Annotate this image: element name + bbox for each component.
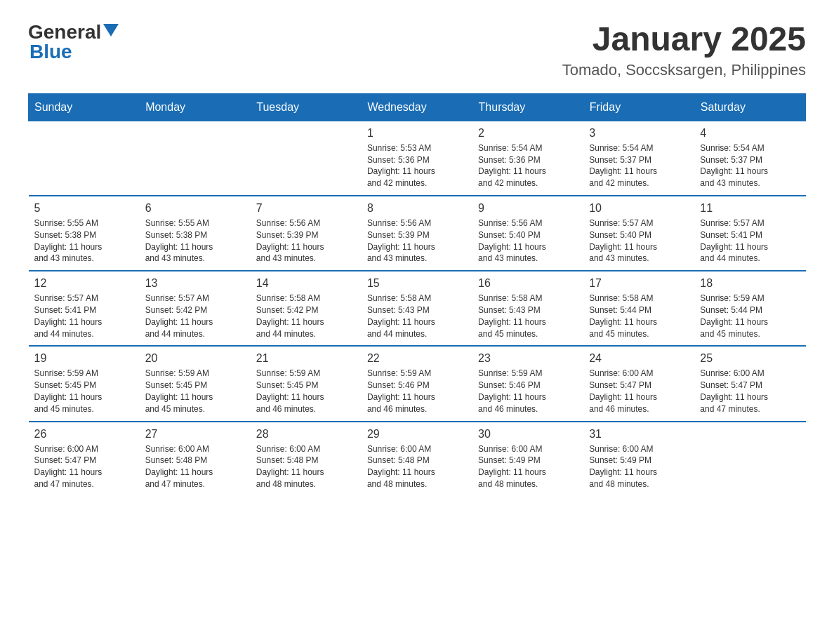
day-number: 16 bbox=[478, 277, 578, 290]
day-number: 4 bbox=[700, 127, 800, 140]
calendar-week-row: 12Sunrise: 5:57 AM Sunset: 5:41 PM Dayli… bbox=[29, 271, 806, 346]
calendar-cell: 8Sunrise: 5:56 AM Sunset: 5:39 PM Daylig… bbox=[362, 196, 472, 271]
calendar-cell: 13Sunrise: 5:57 AM Sunset: 5:42 PM Dayli… bbox=[140, 271, 251, 346]
day-number: 24 bbox=[589, 352, 689, 365]
calendar-cell bbox=[694, 422, 805, 496]
day-number: 27 bbox=[145, 428, 245, 441]
day-number: 20 bbox=[145, 352, 245, 365]
day-number: 30 bbox=[478, 428, 578, 441]
day-info: Sunrise: 5:58 AM Sunset: 5:42 PM Dayligh… bbox=[256, 293, 356, 340]
day-number: 12 bbox=[34, 277, 134, 290]
day-number: 7 bbox=[256, 202, 356, 215]
day-info: Sunrise: 5:57 AM Sunset: 5:41 PM Dayligh… bbox=[700, 217, 800, 264]
day-info: Sunrise: 5:58 AM Sunset: 5:43 PM Dayligh… bbox=[478, 293, 578, 340]
day-number: 28 bbox=[256, 428, 356, 441]
calendar-cell: 7Sunrise: 5:56 AM Sunset: 5:39 PM Daylig… bbox=[251, 196, 362, 271]
logo-blue-text: Blue bbox=[29, 41, 72, 63]
calendar-header-row: SundayMondayTuesdayWednesdayThursdayFrid… bbox=[29, 93, 806, 121]
calendar-cell: 25Sunrise: 6:00 AM Sunset: 5:47 PM Dayli… bbox=[694, 346, 805, 421]
day-info: Sunrise: 5:57 AM Sunset: 5:40 PM Dayligh… bbox=[589, 217, 689, 264]
calendar-cell: 28Sunrise: 6:00 AM Sunset: 5:48 PM Dayli… bbox=[251, 422, 362, 496]
calendar-cell: 11Sunrise: 5:57 AM Sunset: 5:41 PM Dayli… bbox=[694, 196, 805, 271]
day-info: Sunrise: 6:00 AM Sunset: 5:48 PM Dayligh… bbox=[145, 443, 245, 490]
day-info: Sunrise: 6:00 AM Sunset: 5:49 PM Dayligh… bbox=[589, 443, 689, 490]
page-title: January 2025 bbox=[562, 21, 806, 58]
calendar-cell: 4Sunrise: 5:54 AM Sunset: 5:37 PM Daylig… bbox=[694, 121, 805, 196]
day-number: 2 bbox=[478, 127, 578, 140]
day-info: Sunrise: 5:58 AM Sunset: 5:44 PM Dayligh… bbox=[589, 293, 689, 340]
day-info: Sunrise: 6:00 AM Sunset: 5:49 PM Dayligh… bbox=[478, 443, 578, 490]
day-number: 22 bbox=[367, 352, 467, 365]
calendar-cell: 5Sunrise: 5:55 AM Sunset: 5:38 PM Daylig… bbox=[29, 196, 140, 271]
day-info: Sunrise: 6:00 AM Sunset: 5:47 PM Dayligh… bbox=[34, 443, 134, 490]
calendar-cell: 27Sunrise: 6:00 AM Sunset: 5:48 PM Dayli… bbox=[140, 422, 251, 496]
calendar-cell: 22Sunrise: 5:59 AM Sunset: 5:46 PM Dayli… bbox=[362, 346, 472, 421]
day-number: 15 bbox=[367, 277, 467, 290]
calendar-table: SundayMondayTuesdayWednesdayThursdayFrid… bbox=[28, 93, 806, 496]
logo-arrow-icon bbox=[103, 24, 119, 39]
calendar-cell bbox=[251, 121, 362, 196]
day-info: Sunrise: 5:56 AM Sunset: 5:40 PM Dayligh… bbox=[478, 217, 578, 264]
day-number: 26 bbox=[34, 428, 134, 441]
day-number: 23 bbox=[478, 352, 578, 365]
col-header-friday: Friday bbox=[583, 93, 694, 121]
logo: General Blue bbox=[28, 21, 119, 63]
day-info: Sunrise: 5:59 AM Sunset: 5:46 PM Dayligh… bbox=[478, 368, 578, 415]
day-number: 10 bbox=[589, 202, 689, 215]
day-info: Sunrise: 5:55 AM Sunset: 5:38 PM Dayligh… bbox=[34, 217, 134, 264]
calendar-cell: 21Sunrise: 5:59 AM Sunset: 5:45 PM Dayli… bbox=[251, 346, 362, 421]
calendar-week-row: 1Sunrise: 5:53 AM Sunset: 5:36 PM Daylig… bbox=[29, 121, 806, 196]
day-info: Sunrise: 5:59 AM Sunset: 5:46 PM Dayligh… bbox=[367, 368, 467, 415]
col-header-thursday: Thursday bbox=[472, 93, 583, 121]
day-info: Sunrise: 6:00 AM Sunset: 5:47 PM Dayligh… bbox=[589, 368, 689, 415]
day-info: Sunrise: 5:59 AM Sunset: 5:45 PM Dayligh… bbox=[256, 368, 356, 415]
col-header-monday: Monday bbox=[140, 93, 251, 121]
title-section: January 2025 Tomado, Soccsksargen, Phili… bbox=[562, 21, 806, 79]
day-number: 11 bbox=[700, 202, 800, 215]
calendar-cell: 3Sunrise: 5:54 AM Sunset: 5:37 PM Daylig… bbox=[583, 121, 694, 196]
calendar-cell: 26Sunrise: 6:00 AM Sunset: 5:47 PM Dayli… bbox=[29, 422, 140, 496]
day-number: 25 bbox=[700, 352, 800, 365]
calendar-cell: 6Sunrise: 5:55 AM Sunset: 5:38 PM Daylig… bbox=[140, 196, 251, 271]
day-info: Sunrise: 5:59 AM Sunset: 5:45 PM Dayligh… bbox=[145, 368, 245, 415]
day-info: Sunrise: 5:59 AM Sunset: 5:44 PM Dayligh… bbox=[700, 293, 800, 340]
day-info: Sunrise: 5:55 AM Sunset: 5:38 PM Dayligh… bbox=[145, 217, 245, 264]
day-number: 29 bbox=[367, 428, 467, 441]
day-info: Sunrise: 6:00 AM Sunset: 5:48 PM Dayligh… bbox=[367, 443, 467, 490]
day-number: 8 bbox=[367, 202, 467, 215]
day-number: 3 bbox=[589, 127, 689, 140]
calendar-week-row: 5Sunrise: 5:55 AM Sunset: 5:38 PM Daylig… bbox=[29, 196, 806, 271]
day-info: Sunrise: 5:54 AM Sunset: 5:36 PM Dayligh… bbox=[478, 142, 578, 189]
svg-marker-0 bbox=[103, 24, 119, 36]
calendar-cell: 24Sunrise: 6:00 AM Sunset: 5:47 PM Dayli… bbox=[583, 346, 694, 421]
col-header-tuesday: Tuesday bbox=[251, 93, 362, 121]
calendar-cell: 31Sunrise: 6:00 AM Sunset: 5:49 PM Dayli… bbox=[583, 422, 694, 496]
calendar-cell bbox=[29, 121, 140, 196]
day-number: 14 bbox=[256, 277, 356, 290]
calendar-cell: 16Sunrise: 5:58 AM Sunset: 5:43 PM Dayli… bbox=[472, 271, 583, 346]
day-info: Sunrise: 5:59 AM Sunset: 5:45 PM Dayligh… bbox=[34, 368, 134, 415]
day-info: Sunrise: 5:58 AM Sunset: 5:43 PM Dayligh… bbox=[367, 293, 467, 340]
calendar-cell: 30Sunrise: 6:00 AM Sunset: 5:49 PM Dayli… bbox=[472, 422, 583, 496]
calendar-cell: 10Sunrise: 5:57 AM Sunset: 5:40 PM Dayli… bbox=[583, 196, 694, 271]
calendar-cell: 2Sunrise: 5:54 AM Sunset: 5:36 PM Daylig… bbox=[472, 121, 583, 196]
col-header-wednesday: Wednesday bbox=[362, 93, 472, 121]
day-number: 1 bbox=[367, 127, 467, 140]
day-number: 21 bbox=[256, 352, 356, 365]
calendar-cell bbox=[140, 121, 251, 196]
calendar-cell: 18Sunrise: 5:59 AM Sunset: 5:44 PM Dayli… bbox=[694, 271, 805, 346]
day-number: 17 bbox=[589, 277, 689, 290]
day-info: Sunrise: 5:56 AM Sunset: 5:39 PM Dayligh… bbox=[256, 217, 356, 264]
calendar-cell: 9Sunrise: 5:56 AM Sunset: 5:40 PM Daylig… bbox=[472, 196, 583, 271]
page-header: General Blue January 2025 Tomado, Soccsk… bbox=[28, 21, 806, 79]
calendar-cell: 20Sunrise: 5:59 AM Sunset: 5:45 PM Dayli… bbox=[140, 346, 251, 421]
calendar-cell: 23Sunrise: 5:59 AM Sunset: 5:46 PM Dayli… bbox=[472, 346, 583, 421]
day-number: 9 bbox=[478, 202, 578, 215]
day-info: Sunrise: 5:57 AM Sunset: 5:41 PM Dayligh… bbox=[34, 293, 134, 340]
day-info: Sunrise: 5:54 AM Sunset: 5:37 PM Dayligh… bbox=[700, 142, 800, 189]
calendar-week-row: 26Sunrise: 6:00 AM Sunset: 5:47 PM Dayli… bbox=[29, 422, 806, 496]
calendar-week-row: 19Sunrise: 5:59 AM Sunset: 5:45 PM Dayli… bbox=[29, 346, 806, 421]
day-number: 5 bbox=[34, 202, 134, 215]
day-info: Sunrise: 5:56 AM Sunset: 5:39 PM Dayligh… bbox=[367, 217, 467, 264]
day-info: Sunrise: 5:53 AM Sunset: 5:36 PM Dayligh… bbox=[367, 142, 467, 189]
